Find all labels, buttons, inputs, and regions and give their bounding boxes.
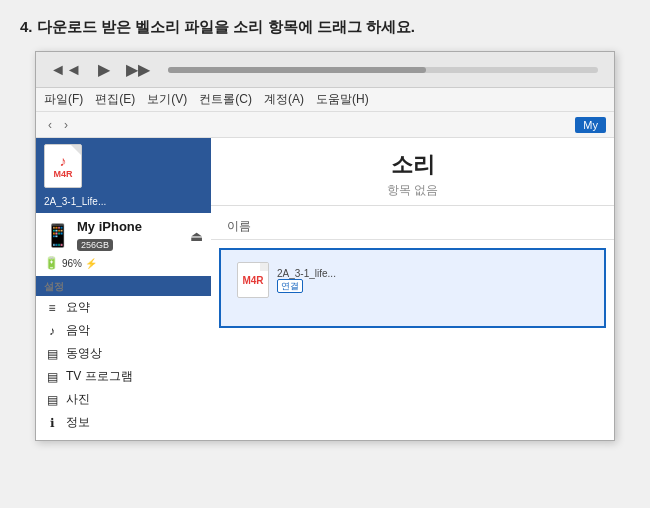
sidebar-item-tv프로그램[interactable]: ▤ TV 프로그램	[36, 365, 211, 388]
battery-icon: 🔋	[44, 256, 59, 270]
list-icon: ≡	[44, 301, 60, 315]
drop-filename: 2A_3-1_life...	[277, 268, 336, 279]
label: 음악	[66, 322, 90, 339]
file-music-icon: ♪	[60, 153, 67, 169]
left-panel: ♪ M4R 2A_3-1_Life... 📱 My iPhone 256GB ⏏	[36, 138, 211, 440]
phone-icon: 📱	[44, 223, 71, 249]
column-header: 이름	[211, 214, 614, 240]
sidebar-item-동영상[interactable]: ▤ 동영상	[36, 342, 211, 365]
file-icon: ♪ M4R	[44, 144, 86, 192]
capacity-badge: 256GB	[77, 239, 113, 251]
right-title: 소리	[227, 150, 598, 180]
link-badge: 연결	[277, 279, 303, 293]
music-icon: ♪	[44, 324, 60, 338]
menu-controls[interactable]: 컨트롤(C)	[199, 91, 252, 108]
nav-forward[interactable]: ›	[60, 116, 72, 134]
sidebar-item-파일공유[interactable]: ⊞ 파일 공유	[36, 434, 211, 440]
file-type-label: M4R	[53, 169, 72, 179]
right-header: 소리 항목 없음	[211, 138, 614, 206]
menu-account[interactable]: 계정(A)	[264, 91, 304, 108]
sidebar-item-요약[interactable]: ≡ 요약	[36, 296, 211, 319]
device-info: 📱 My iPhone 256GB ⏏	[44, 219, 203, 252]
label: 요약	[66, 299, 90, 316]
toolbar: ◄◄ ▶ ▶▶	[36, 52, 614, 88]
drop-area[interactable]: M4R 2A_3-1_life... 연결	[219, 248, 606, 328]
fold-icon	[260, 263, 268, 271]
right-panel: 소리 항목 없음 이름 M4R 2A_3-1_life... 연결	[211, 138, 614, 440]
battery-info: 🔋 96% ⚡	[44, 256, 203, 270]
eject-icon[interactable]: ⏏	[190, 228, 203, 244]
file-icon-body: ♪ M4R	[44, 144, 82, 188]
menu-edit[interactable]: 편집(E)	[95, 91, 135, 108]
right-subtitle: 항목 없음	[227, 182, 598, 199]
file-icon-area: ♪ M4R 2A_3-1_Life...	[36, 138, 211, 213]
device-section: 📱 My iPhone 256GB ⏏ 🔋 96% ⚡	[36, 213, 211, 276]
file-icon-fold	[71, 145, 81, 155]
drop-item: M4R 2A_3-1_life... 연결	[237, 262, 588, 298]
nav-back[interactable]: ‹	[44, 116, 56, 134]
file-type-icon: M4R	[242, 275, 263, 286]
video-icon: ▤	[44, 347, 60, 361]
label: 동영상	[66, 345, 102, 362]
instruction: 4. 다운로드 받은 벨소리 파일을 소리 항목에 드래그 하세요.	[20, 18, 630, 37]
drop-file-icon: M4R	[237, 262, 269, 298]
sidebar-item-정보[interactable]: ℹ 정보	[36, 411, 211, 434]
sidebar-settings-label: 설정	[36, 276, 211, 296]
share-icon: ⊞	[44, 439, 60, 441]
photo-icon: ▤	[44, 393, 60, 407]
label: 사진	[66, 391, 90, 408]
sidebar-item-사진[interactable]: ▤ 사진	[36, 388, 211, 411]
play-button[interactable]: ▶	[94, 58, 114, 81]
navbar: ‹ › My	[36, 112, 614, 138]
right-content: 이름 M4R 2A_3-1_life... 연결	[211, 206, 614, 440]
battery-pct: 96%	[62, 258, 82, 269]
menubar: 파일(F) 편집(E) 보기(V) 컨트롤(C) 계정(A) 도움말(H)	[36, 88, 614, 112]
info-icon: ℹ	[44, 416, 60, 430]
device-name: My iPhone	[77, 219, 142, 234]
rewind-button[interactable]: ◄◄	[46, 59, 86, 81]
menu-help[interactable]: 도움말(H)	[316, 91, 369, 108]
menu-file[interactable]: 파일(F)	[44, 91, 83, 108]
progress-bar-container	[168, 67, 598, 73]
tv-icon: ▤	[44, 370, 60, 384]
sidebar-item-음악[interactable]: ♪ 음악	[36, 319, 211, 342]
progress-bar-fill	[168, 67, 426, 73]
file-name-label: 2A_3-1_Life...	[44, 196, 106, 207]
battery-charging-icon: ⚡	[85, 258, 97, 269]
label: TV 프로그램	[66, 368, 133, 385]
label: 파일 공유	[66, 437, 117, 440]
my-button[interactable]: My	[575, 117, 606, 133]
label: 정보	[66, 414, 90, 431]
main-content: ♪ M4R 2A_3-1_Life... 📱 My iPhone 256GB ⏏	[36, 138, 614, 440]
menu-view[interactable]: 보기(V)	[147, 91, 187, 108]
forward-button[interactable]: ▶▶	[122, 58, 154, 81]
itunes-window: ◄◄ ▶ ▶▶ 파일(F) 편집(E) 보기(V) 컨트롤(C) 계정(A) 도…	[35, 51, 615, 441]
